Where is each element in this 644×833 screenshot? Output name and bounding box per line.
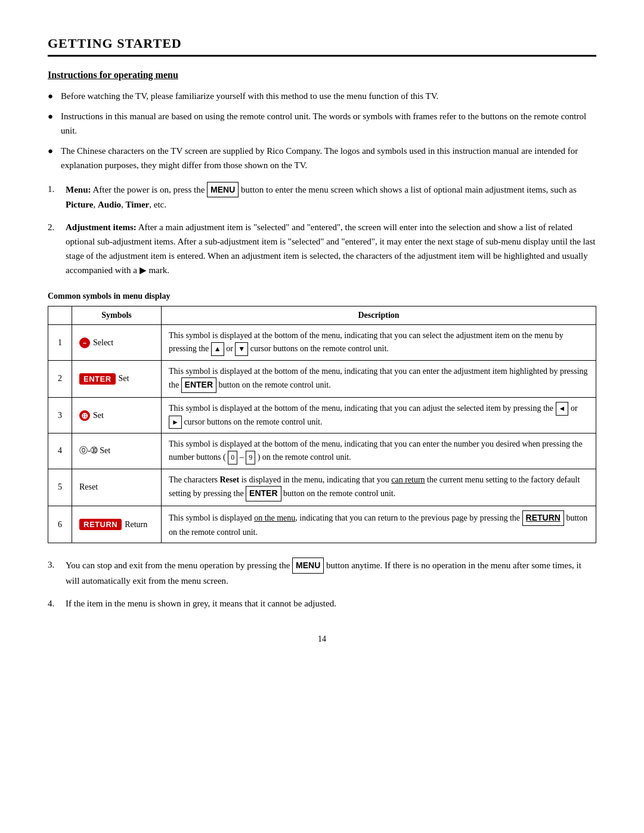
symbol-select: – Select	[72, 325, 162, 360]
section-heading: Instructions for operating menu	[48, 70, 596, 80]
enter-key-reset: ENTER	[246, 486, 281, 501]
right-arrow-btn: ►	[169, 416, 182, 429]
col-symbols-header: Symbols	[72, 306, 162, 325]
symbol-zeronine: ⓪-➉ Set	[72, 433, 162, 469]
enter-label: Set	[119, 374, 129, 383]
row-num-4: 4	[48, 433, 72, 469]
symbol-reset: Reset	[72, 469, 162, 506]
up-arrow-btn: ▲	[211, 342, 224, 356]
numbered-item-3: 3. You can stop and exit from the menu o…	[48, 558, 596, 587]
zeronine-label: ⓪-➉ Set	[79, 445, 110, 456]
menu-key-2: MENU	[292, 558, 324, 573]
menu-key-1: MENU	[207, 182, 239, 197]
symbols-table: Symbols Description 1 – Select This symb…	[48, 306, 596, 543]
down-arrow-btn: ▼	[235, 342, 248, 356]
numbered-item-2: 2. Adjustment items: After a main adjust…	[48, 220, 596, 277]
symbol-enter: ENTER Set	[72, 360, 162, 397]
row-num-6: 6	[48, 506, 72, 543]
numbered-list-bottom: 3. You can stop and exit from the menu o…	[48, 558, 596, 610]
plusminus-label: Set	[93, 411, 104, 420]
plusminus-icon: ⊕	[79, 410, 90, 421]
table-caption: Common symbols in menu display	[48, 292, 596, 301]
table-row: 4 ⓪-➉ Set This symbol is displayed at th…	[48, 433, 596, 469]
row-num-5: 5	[48, 469, 72, 506]
enter-btn-icon: ENTER	[79, 373, 116, 385]
bullet-item-3: The Chinese characters on the TV screen …	[48, 144, 596, 172]
desc-plusminus: This symbol is displayed at the bottom o…	[162, 398, 596, 433]
row-num-1: 1	[48, 325, 72, 360]
table-row: 5 Reset The characters Reset is displaye…	[48, 469, 596, 506]
select-label: Select	[93, 338, 113, 348]
desc-select: This symbol is displayed at the bottom o…	[162, 325, 596, 360]
bullet-item-1: Before watching the TV, please familiari…	[48, 89, 596, 103]
return-label: Return	[125, 520, 147, 529]
nine-btn: 9	[246, 451, 255, 465]
table-row: 2 ENTER Set This symbol is displayed at …	[48, 360, 596, 397]
symbol-plusminus: ⊕ Set	[72, 398, 162, 433]
numbered-list-top: 1. Menu: After the power is on, press th…	[48, 182, 596, 277]
numbered-item-4: 4. If the item in the menu is shown in g…	[48, 596, 596, 611]
desc-return: This symbol is displayed on the menu, in…	[162, 506, 596, 543]
page-title: GETTING STARTED	[48, 36, 596, 57]
zero-btn: 0	[228, 451, 237, 465]
col-description-header: Description	[162, 306, 596, 325]
col-num-header	[48, 306, 72, 325]
return-key: RETURN	[522, 510, 564, 526]
table-row: 1 – Select This symbol is displayed at t…	[48, 325, 596, 360]
reset-label: Reset	[79, 482, 98, 491]
left-arrow-btn: ◄	[556, 402, 569, 416]
select-circle-icon: –	[79, 337, 90, 348]
bullet-list: Before watching the TV, please familiari…	[48, 89, 596, 172]
enter-key: ENTER	[181, 377, 216, 393]
row-num-3: 3	[48, 398, 72, 433]
return-btn-icon: RETURN	[79, 519, 122, 530]
desc-zeronine: This symbol is displayed at the bottom o…	[162, 433, 596, 469]
desc-enter: This symbol is displayed at the bottom o…	[162, 360, 596, 397]
table-row: 6 RETURN Return This symbol is displayed…	[48, 506, 596, 543]
desc-reset: The characters Reset is displayed in the…	[162, 469, 596, 506]
table-section: Common symbols in menu display Symbols D…	[48, 292, 596, 543]
symbol-return: RETURN Return	[72, 506, 162, 543]
bullet-item-2: Instructions in this manual are based on…	[48, 109, 596, 138]
numbered-item-1: 1. Menu: After the power is on, press th…	[48, 182, 596, 212]
table-row: 3 ⊕ Set This symbol is displayed at the …	[48, 398, 596, 433]
table-header-row: Symbols Description	[48, 306, 596, 325]
page-number: 14	[48, 634, 596, 644]
row-num-2: 2	[48, 360, 72, 397]
